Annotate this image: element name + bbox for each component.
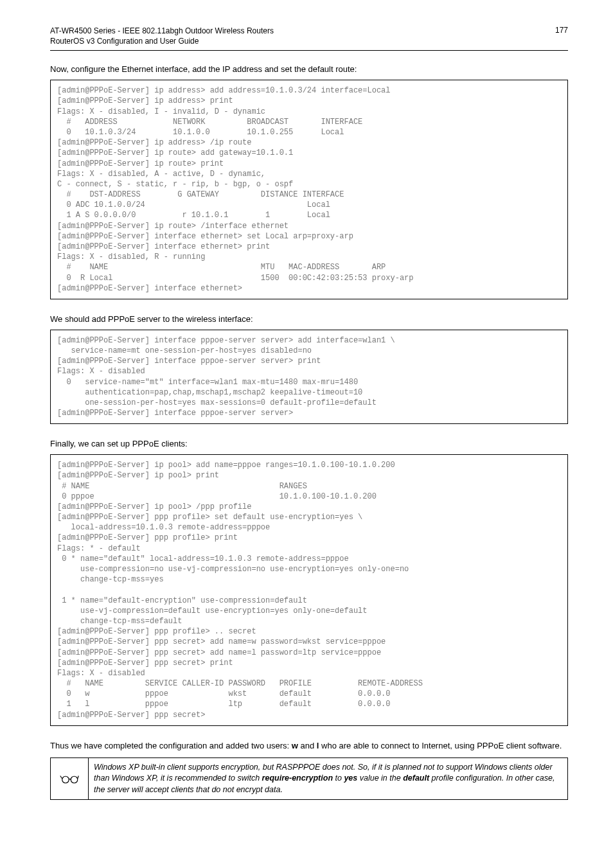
svg-point-0 — [62, 776, 69, 783]
svg-point-1 — [71, 776, 78, 783]
closing-text-c: who are able to connect to Internet, usi… — [319, 741, 562, 750]
section1-intro: Now, configure the Ethernet interface, a… — [50, 64, 568, 76]
code-block-pppoe-server: [admin@PPPoE-Server] interface pppoe-ser… — [50, 330, 568, 425]
header-title-block: AT-WR4500 Series - IEEE 802.11abgh Outdo… — [50, 26, 274, 46]
header-line-2: RouterOS v3 Configuration and User Guide — [50, 36, 274, 46]
section3-intro: Finally, we can set up PPPoE clients: — [50, 438, 568, 450]
note-t2: to — [333, 774, 344, 783]
closing-text-b: and — [298, 741, 317, 750]
note-b1: require-encryption — [262, 774, 333, 783]
header-line-1: AT-WR4500 Series - IEEE 802.11abgh Outdo… — [50, 26, 274, 36]
note-icon-cell — [51, 758, 89, 800]
note-t3: value in the — [357, 774, 403, 783]
code-block-pppoe-clients: [admin@PPPoE-Server] ip pool> add name=p… — [50, 454, 568, 726]
closing-text-a: Thus we have completed the configuration… — [50, 741, 292, 750]
glasses-icon — [60, 772, 79, 786]
note-text: Windows XP built-in client supports encr… — [89, 758, 567, 800]
note-box: Windows XP built-in client supports encr… — [50, 757, 568, 801]
user-w: w — [292, 741, 298, 750]
page-number: 177 — [555, 26, 568, 35]
code-block-ethernet: [admin@PPPoE-Server] ip address> add add… — [50, 80, 568, 299]
note-b2: yes — [344, 774, 357, 783]
closing-paragraph: Thus we have completed the configuration… — [50, 740, 568, 752]
note-b3: default — [403, 774, 429, 783]
header-rule — [50, 50, 568, 51]
page-header: AT-WR4500 Series - IEEE 802.11abgh Outdo… — [50, 26, 568, 49]
section2-intro: We should add PPPoE server to the wirele… — [50, 314, 568, 326]
